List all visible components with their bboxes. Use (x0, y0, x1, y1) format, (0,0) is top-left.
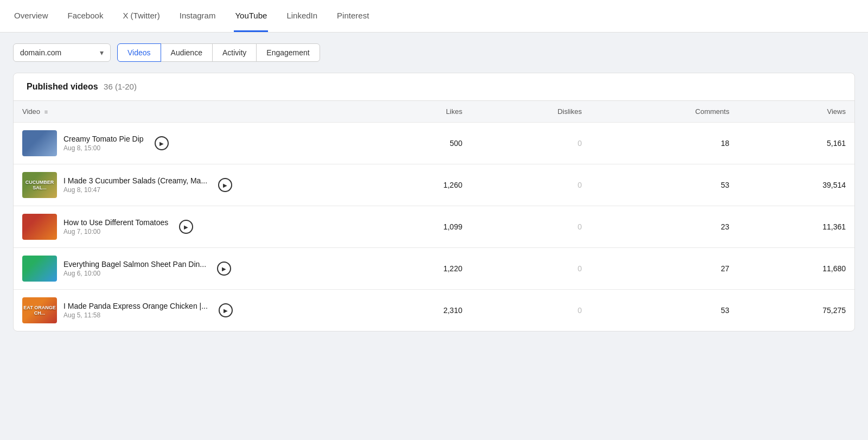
table-title-label: Published videos (27, 82, 98, 91)
likes-cell: 1,220 (367, 248, 471, 290)
dislikes-cell: 0 (471, 123, 590, 164)
comments-cell: 23 (590, 206, 738, 248)
video-cell-2[interactable]: CUCUMBER SAL... I Made 3 Cucumber Salads… (14, 164, 367, 206)
video-info: Creamy Tomato Pie Dip Aug 8, 15:00 (63, 135, 144, 152)
video-thumbnail: CUCUMBER SAL... (22, 172, 57, 198)
table-row[interactable]: Creamy Tomato Pie Dip Aug 8, 15:00 ▶ 500… (14, 123, 854, 164)
video-info: Everything Bagel Salmon Sheet Pan Din...… (63, 260, 206, 277)
nav-item-facebook[interactable]: Facebook (67, 0, 105, 32)
video-thumbnail (22, 214, 57, 240)
play-icon[interactable]: ▶ (217, 262, 231, 276)
thumb-label: EAT ORANGE CH... (22, 304, 57, 317)
table-subtitle: 36 (1-20) (104, 82, 137, 91)
video-thumbnail (22, 130, 57, 156)
nav-item-twitter[interactable]: X (Twitter) (122, 0, 161, 32)
video-date: Aug 6, 10:00 (63, 270, 206, 277)
video-cell-5[interactable]: EAT ORANGE CH... I Made Panda Express Or… (14, 290, 367, 331)
views-cell: 11,361 (738, 206, 854, 248)
col-views: Views (738, 101, 854, 123)
dislikes-cell: 0 (471, 206, 590, 248)
nav-item-youtube[interactable]: YouTube (234, 0, 268, 32)
card-title: Published videos 36 (1-20) (27, 82, 137, 91)
thumb-label: CUCUMBER SAL... (22, 178, 57, 192)
video-title: How to Use Different Tomatoes (63, 218, 168, 227)
sort-icon: ≡ (44, 109, 48, 115)
thumb-label (39, 267, 41, 270)
play-icon[interactable]: ▶ (219, 303, 233, 317)
video-thumbnail (22, 256, 57, 282)
dislikes-cell: 0 (471, 164, 590, 206)
thumb-label (39, 142, 41, 144)
video-info: How to Use Different Tomatoes Aug 7, 10:… (63, 218, 168, 235)
table-header: Video ≡ Likes Dislikes Comments Views (14, 101, 854, 123)
table-row[interactable]: EAT ORANGE CH... I Made Panda Express Or… (14, 290, 854, 331)
video-cell-4[interactable]: Everything Bagel Salmon Sheet Pan Din...… (14, 248, 367, 290)
table-row[interactable]: How to Use Different Tomatoes Aug 7, 10:… (14, 206, 854, 248)
chevron-down-icon: ▾ (100, 48, 104, 57)
video-cell-1[interactable]: Creamy Tomato Pie Dip Aug 8, 15:00 ▶ (14, 123, 367, 164)
play-icon[interactable]: ▶ (179, 220, 193, 234)
tab-audience[interactable]: Audience (161, 43, 213, 62)
tab-activity[interactable]: Activity (212, 43, 257, 62)
dislikes-cell: 0 (471, 290, 590, 331)
video-cell-3[interactable]: How to Use Different Tomatoes Aug 7, 10:… (14, 206, 367, 248)
tab-engagement[interactable]: Engagement (256, 43, 320, 62)
col-video[interactable]: Video ≡ (14, 101, 367, 123)
comments-cell: 53 (590, 164, 738, 206)
filter-bar: domain.com ▾ VideosAudienceActivityEngag… (13, 43, 855, 62)
col-comments: Comments (590, 101, 738, 123)
nav-item-pinterest[interactable]: Pinterest (336, 0, 370, 32)
video-date: Aug 8, 10:47 (63, 186, 207, 194)
dislikes-cell: 0 (471, 248, 590, 290)
likes-cell: 1,260 (367, 164, 471, 206)
video-info: I Made 3 Cucumber Salads (Creamy, Ma... … (63, 176, 207, 194)
video-info: I Made Panda Express Orange Chicken |...… (63, 302, 208, 319)
video-title: Everything Bagel Salmon Sheet Pan Din... (63, 260, 206, 269)
table-body: Creamy Tomato Pie Dip Aug 8, 15:00 ▶ 500… (14, 123, 854, 331)
views-cell: 5,161 (738, 123, 854, 164)
content-area: domain.com ▾ VideosAudienceActivityEngag… (0, 33, 868, 342)
domain-select[interactable]: domain.com ▾ (13, 43, 111, 62)
video-date: Aug 7, 10:00 (63, 228, 168, 235)
video-thumbnail: EAT ORANGE CH... (22, 297, 57, 323)
card-header: Published videos 36 (1-20) (14, 73, 854, 101)
videos-card: Published videos 36 (1-20) Video ≡ Likes… (13, 73, 855, 331)
views-cell: 39,514 (738, 164, 854, 206)
views-cell: 75,275 (738, 290, 854, 331)
table-row[interactable]: Everything Bagel Salmon Sheet Pan Din...… (14, 248, 854, 290)
thumb-label (39, 226, 41, 228)
comments-cell: 18 (590, 123, 738, 164)
nav-item-overview[interactable]: Overview (13, 0, 49, 32)
comments-cell: 27 (590, 248, 738, 290)
play-icon[interactable]: ▶ (218, 178, 232, 192)
play-icon[interactable]: ▶ (155, 136, 169, 150)
tab-videos[interactable]: Videos (117, 43, 161, 62)
top-nav: OverviewFacebookX (Twitter)InstagramYouT… (0, 0, 868, 33)
nav-item-instagram[interactable]: Instagram (178, 0, 217, 32)
nav-item-linkedin[interactable]: LinkedIn (285, 0, 318, 32)
domain-value: domain.com (20, 48, 61, 57)
likes-cell: 500 (367, 123, 471, 164)
col-dislikes: Dislikes (471, 101, 590, 123)
likes-cell: 1,099 (367, 206, 471, 248)
video-title: I Made Panda Express Orange Chicken |... (63, 302, 208, 310)
videos-table: Video ≡ Likes Dislikes Comments Views (14, 101, 854, 331)
col-likes: Likes (367, 101, 471, 123)
views-cell: 11,680 (738, 248, 854, 290)
video-date: Aug 8, 15:00 (63, 144, 144, 152)
video-date: Aug 5, 11:58 (63, 311, 208, 319)
view-tab-group: VideosAudienceActivityEngagement (117, 43, 320, 62)
table-row[interactable]: CUCUMBER SAL... I Made 3 Cucumber Salads… (14, 164, 854, 206)
video-title: Creamy Tomato Pie Dip (63, 135, 144, 143)
video-title: I Made 3 Cucumber Salads (Creamy, Ma... (63, 176, 207, 185)
comments-cell: 53 (590, 290, 738, 331)
likes-cell: 2,310 (367, 290, 471, 331)
